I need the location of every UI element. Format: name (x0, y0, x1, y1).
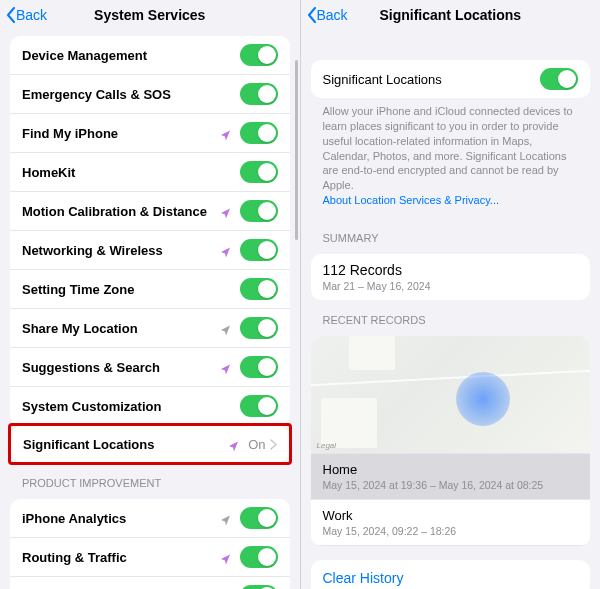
row-label: Device Management (22, 48, 240, 63)
row-label: Networking & Wireless (22, 243, 220, 258)
navbar-right: Back Significant Locations (301, 0, 601, 30)
location-arrow-icon (220, 361, 232, 373)
services-group-2: iPhone AnalyticsRouting & TrafficImprove… (10, 499, 290, 589)
right-scroll[interactable]: Significant Locations Allow your iPhone … (301, 30, 601, 589)
toggle-switch[interactable] (240, 278, 278, 300)
row-system-customization[interactable]: System Customization (10, 387, 290, 425)
chevron-left-icon (6, 7, 16, 23)
pane-system-services: Back System Services Device ManagementEm… (0, 0, 301, 589)
left-scroll[interactable]: Device ManagementEmergency Calls & SOSFi… (0, 30, 300, 589)
significant-locations-highlight: Significant Locations On (8, 423, 292, 465)
toggle-switch[interactable] (240, 546, 278, 568)
toggle-switch[interactable] (240, 395, 278, 417)
row-significant-locations[interactable]: Significant Locations On (11, 426, 289, 462)
row-device-management[interactable]: Device Management (10, 36, 290, 75)
location-arrow-icon (220, 322, 232, 334)
section-header-summary: SUMMARY (311, 218, 591, 248)
row-emergency-calls-sos[interactable]: Emergency Calls & SOS (10, 75, 290, 114)
row-label: iPhone Analytics (22, 511, 220, 526)
toggle-switch[interactable] (240, 200, 278, 222)
row-sig-loc-toggle[interactable]: Significant Locations (311, 60, 591, 98)
row-label: Significant Locations (23, 437, 228, 452)
row-setting-time-zone[interactable]: Setting Time Zone (10, 270, 290, 309)
back-label: Back (317, 7, 348, 23)
on-value: On (248, 437, 265, 452)
toggle-switch[interactable] (240, 161, 278, 183)
clear-history-group: Clear History (311, 560, 591, 589)
record-row[interactable]: WorkMay 15, 2024, 09:22 – 18:26 (311, 500, 591, 546)
back-button[interactable]: Back (6, 7, 47, 23)
location-dot-icon (456, 372, 510, 426)
row-label: Significant Locations (323, 72, 541, 87)
toggle-switch[interactable] (240, 44, 278, 66)
row-label: HomeKit (22, 165, 240, 180)
toggle-switch[interactable] (240, 507, 278, 529)
row-suggestions-search[interactable]: Suggestions & Search (10, 348, 290, 387)
records-range: Mar 21 – May 16, 2024 (323, 280, 579, 292)
row-share-my-location[interactable]: Share My Location (10, 309, 290, 348)
row-find-my-iphone[interactable]: Find My iPhone (10, 114, 290, 153)
pane-significant-locations: Back Significant Locations Significant L… (301, 0, 601, 589)
sig-loc-switch-group: Significant Locations (311, 60, 591, 98)
row-label: Share My Location (22, 321, 220, 336)
row-label: Motion Calibration & Distance (22, 204, 220, 219)
toggle-switch[interactable] (240, 317, 278, 339)
back-button[interactable]: Back (307, 7, 348, 23)
location-arrow-icon (220, 127, 232, 139)
toggle-switch[interactable] (240, 585, 278, 589)
location-arrow-icon (220, 244, 232, 256)
services-group-1: Device ManagementEmergency Calls & SOSFi… (10, 36, 290, 425)
row-improve-maps[interactable]: Improve Maps (10, 577, 290, 589)
chevron-right-icon (270, 439, 277, 450)
row-label: Find My iPhone (22, 126, 220, 141)
toggle-switch[interactable] (540, 68, 578, 90)
location-privacy-link[interactable]: About Location Services & Privacy... (323, 194, 500, 206)
record-title: Home (323, 462, 579, 477)
toggle-switch[interactable] (240, 239, 278, 261)
section-header-recent: RECENT RECORDS (311, 300, 591, 330)
chevron-left-icon (307, 7, 317, 23)
location-arrow-icon (220, 512, 232, 524)
row-homekit[interactable]: HomeKit (10, 153, 290, 192)
map-legal[interactable]: Legal (317, 441, 337, 450)
row-networking-wireless[interactable]: Networking & Wireless (10, 231, 290, 270)
summary-group: 112 Records Mar 21 – May 16, 2024 (311, 254, 591, 300)
location-arrow-icon (228, 438, 240, 450)
location-arrow-icon (220, 551, 232, 563)
row-motion-calibration-distance[interactable]: Motion Calibration & Distance (10, 192, 290, 231)
toggle-switch[interactable] (240, 122, 278, 144)
recent-records-group: Legal HomeMay 15, 2024 at 19:36 – May 16… (311, 336, 591, 546)
row-label: Routing & Traffic (22, 550, 220, 565)
toggle-switch[interactable] (240, 356, 278, 378)
location-arrow-icon (220, 205, 232, 217)
row-label: System Customization (22, 399, 240, 414)
records-count: 112 Records (323, 262, 579, 278)
record-sub: May 15, 2024, 09:22 – 18:26 (323, 525, 579, 537)
back-label: Back (16, 7, 47, 23)
record-title: Work (323, 508, 579, 523)
map-preview[interactable]: Legal (311, 336, 591, 454)
section-header-product-improvement: PRODUCT IMPROVEMENT (10, 463, 290, 493)
toggle-switch[interactable] (240, 83, 278, 105)
row-iphone-analytics[interactable]: iPhone Analytics (10, 499, 290, 538)
row-label: Suggestions & Search (22, 360, 220, 375)
clear-history-button[interactable]: Clear History (311, 560, 591, 589)
row-label: Setting Time Zone (22, 282, 240, 297)
record-sub: May 15, 2024 at 19:36 – May 16, 2024 at … (323, 479, 579, 491)
scrollbar[interactable] (295, 60, 298, 240)
row-label: Emergency Calls & SOS (22, 87, 240, 102)
record-row[interactable]: HomeMay 15, 2024 at 19:36 – May 16, 2024… (311, 454, 591, 500)
summary-row[interactable]: 112 Records Mar 21 – May 16, 2024 (311, 254, 591, 300)
row-routing-traffic[interactable]: Routing & Traffic (10, 538, 290, 577)
navbar-left: Back System Services (0, 0, 300, 30)
sig-loc-description: Allow your iPhone and iCloud connected d… (311, 98, 591, 218)
